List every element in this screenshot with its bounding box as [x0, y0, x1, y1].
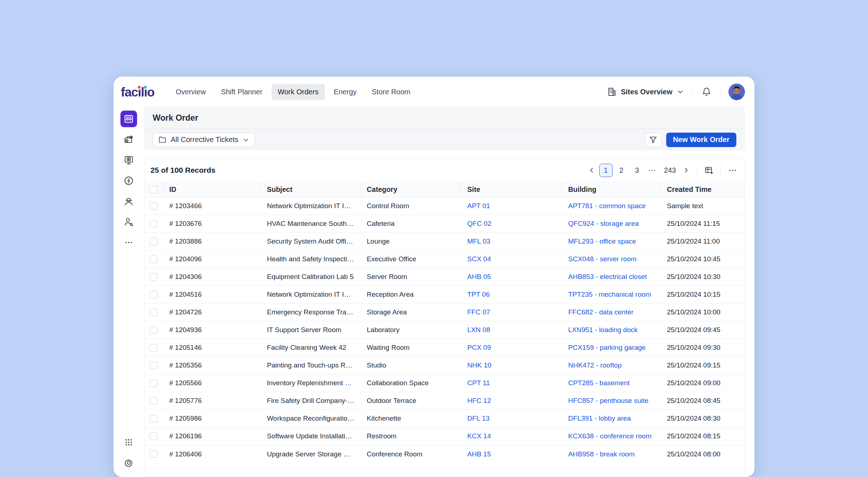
sidebar-item-technician[interactable]	[120, 214, 137, 230]
cell-site-link[interactable]: PCX 09	[461, 344, 562, 352]
cell-site-link[interactable]: APT 01	[461, 202, 562, 210]
cell-building-link[interactable]: AHB958 - break room	[562, 450, 661, 458]
table-row[interactable]: # 1205566 Inventory Replenishment Stora……	[144, 374, 745, 392]
table-row[interactable]: # 1205776 Fire Safety Drill Company-wide…	[144, 392, 745, 410]
cell-building-link[interactable]: NHK472 - rooftop	[562, 361, 661, 369]
cell-site-link[interactable]: AHB 15	[461, 450, 562, 458]
row-checkbox[interactable]	[150, 202, 157, 210]
cell-site-link[interactable]: TPT 06	[461, 291, 562, 298]
row-checkbox[interactable]	[150, 344, 157, 352]
cell-building-link[interactable]: DFL391 - lobby area	[562, 414, 661, 422]
table-more-button[interactable]	[725, 164, 740, 177]
row-checkbox[interactable]	[150, 433, 157, 440]
table-row[interactable]: # 1204096 Health and Safety Inspection F…	[144, 250, 745, 268]
row-checkbox[interactable]	[150, 362, 157, 369]
table-row[interactable]: # 1204936 IT Support Server Room Laborat…	[144, 321, 745, 339]
cell-site-link[interactable]: NHK 10	[461, 361, 562, 369]
cell-site-link[interactable]: DFL 13	[461, 414, 562, 422]
sidebar-item-more[interactable]	[120, 234, 137, 251]
cell-building-link[interactable]: APT781 - common space	[562, 202, 661, 210]
bell-icon	[702, 87, 711, 97]
table-row[interactable]: # 1204306 Equipment Calibration Lab 5 Se…	[144, 268, 745, 286]
nav-tab-store-room[interactable]: Store Room	[366, 84, 417, 100]
nav-tab-overview[interactable]: Overview	[170, 84, 212, 100]
cell-building-link[interactable]: PCX159 - parking garage	[562, 344, 661, 352]
page-button-2[interactable]: 2	[615, 164, 628, 177]
sidebar-item-energy[interactable]	[120, 172, 137, 189]
column-header-building[interactable]: Building	[562, 182, 661, 197]
next-page-button[interactable]	[680, 164, 693, 177]
page-button-1[interactable]: 1	[599, 164, 613, 177]
cell-site-link[interactable]: HFC 12	[461, 397, 562, 405]
table-row[interactable]: # 1206406 Upgrade Server Storage Data… C…	[144, 445, 745, 463]
view-selector-label: All Corrective Tickets	[171, 136, 238, 144]
cell-site-link[interactable]: KCX 14	[461, 432, 562, 440]
row-checkbox[interactable]	[150, 255, 157, 263]
table-row[interactable]: # 1204726 Emergency Response Training… S…	[144, 304, 745, 321]
row-checkbox[interactable]	[150, 238, 157, 245]
nav-tab-shift-planner[interactable]: Shift Planner	[215, 84, 269, 100]
filter-button[interactable]	[645, 133, 661, 147]
notifications-button[interactable]	[699, 85, 714, 99]
facilio-logo[interactable]: facılıo	[121, 86, 154, 98]
cell-site-link[interactable]: FFC 07	[461, 308, 562, 316]
cell-building-link[interactable]: HFC857 - penthouse suite	[562, 397, 661, 405]
new-work-order-button[interactable]: New Work Order	[666, 133, 736, 147]
cell-building-link[interactable]: QFC924 - storage area	[562, 220, 661, 228]
cell-building-link[interactable]: KCX638 - conference room	[562, 432, 661, 440]
row-checkbox[interactable]	[150, 220, 157, 228]
column-header-subject[interactable]: Subject	[261, 182, 361, 197]
table-row[interactable]: # 1204516 Network Optimization IT Infras…	[144, 286, 745, 304]
table-row[interactable]: # 1205986 Workspace Reconfiguration D… K…	[144, 410, 745, 427]
column-header-site[interactable]: Site	[461, 182, 562, 197]
cell-building-link[interactable]: FFC682 - data center	[562, 308, 661, 316]
page-button-3[interactable]: 3	[630, 164, 644, 177]
energy-icon	[123, 175, 134, 186]
select-all-checkbox[interactable]	[150, 186, 157, 193]
cell-building-link[interactable]: MFL293 - office space	[562, 237, 661, 245]
sidebar-item-assets[interactable]	[120, 131, 137, 148]
table-row[interactable]: # 1203676 HVAC Maintenance South Wing Ca…	[144, 215, 745, 233]
row-checkbox[interactable]	[150, 379, 157, 387]
site-selector[interactable]: Sites Overview	[607, 87, 684, 97]
row-checkbox[interactable]	[150, 397, 157, 405]
cell-site-link[interactable]: MFL 03	[461, 237, 562, 245]
sidebar-item-settings[interactable]	[120, 455, 137, 471]
page-button-243[interactable]: 243	[661, 164, 678, 177]
sidebar-item-app-switcher[interactable]	[120, 434, 137, 451]
cell-site-link[interactable]: QFC 02	[461, 220, 562, 228]
sidebar-item-kiosk[interactable]	[120, 152, 137, 168]
table-row[interactable]: # 1205356 Painting and Touch-ups Recep… …	[144, 357, 745, 374]
cell-building-link[interactable]: CPT285 - basement	[562, 379, 661, 387]
row-checkbox[interactable]	[150, 291, 157, 298]
cell-building-link[interactable]: SCX048 - server room	[562, 255, 661, 263]
column-header-created-time[interactable]: Created Time	[661, 182, 745, 197]
row-checkbox[interactable]	[150, 309, 157, 316]
sidebar-item-dashboard[interactable]	[120, 111, 137, 127]
cell-building-link[interactable]: TPT235 - mechanical room	[562, 291, 661, 298]
cell-site-link[interactable]: LXN 08	[461, 326, 562, 334]
row-checkbox[interactable]	[150, 273, 157, 281]
table-row[interactable]: # 1206196 Software Update Installation S…	[144, 427, 745, 445]
column-header-id[interactable]: ID	[163, 182, 261, 197]
table-row[interactable]: # 1203886 Security System Audit Office C…	[144, 233, 745, 250]
table-row[interactable]: # 1203466 Network Optimization IT Infras…	[144, 197, 745, 215]
row-checkbox[interactable]	[150, 450, 157, 458]
row-checkbox[interactable]	[150, 415, 157, 422]
cell-site-link[interactable]: AHB 05	[461, 273, 562, 281]
cell-building-link[interactable]: LXN951 - loading dock	[562, 326, 661, 334]
pagination-divider	[720, 165, 721, 176]
view-selector-dropdown[interactable]: All Corrective Tickets	[153, 133, 255, 147]
cell-building-link[interactable]: AHB853 - electrical closet	[562, 273, 661, 281]
sidebar-item-workforce[interactable]	[120, 193, 137, 210]
cell-site-link[interactable]: SCX 04	[461, 255, 562, 263]
table-row[interactable]: # 1205146 Facility Cleaning Week 42 Wait…	[144, 339, 745, 357]
user-avatar[interactable]	[728, 83, 745, 100]
nav-tab-work-orders[interactable]: Work Orders	[272, 84, 325, 100]
row-checkbox[interactable]	[150, 326, 157, 334]
column-header-category[interactable]: Category	[361, 182, 461, 197]
manage-columns-button[interactable]	[702, 164, 716, 177]
cell-site-link[interactable]: CPT 11	[461, 379, 562, 387]
nav-tab-energy[interactable]: Energy	[328, 84, 363, 100]
prev-page-button[interactable]	[585, 164, 598, 177]
